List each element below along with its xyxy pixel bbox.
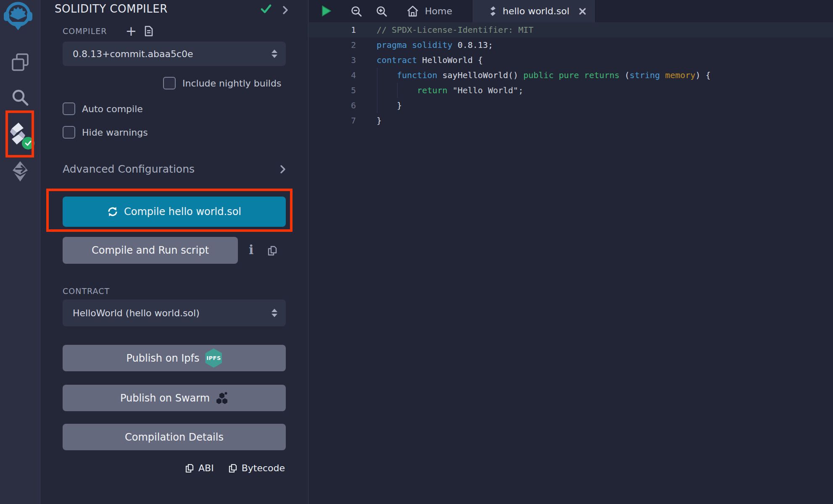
tab-hello-world-sol[interactable]: hello world.sol bbox=[472, 0, 596, 22]
abi-label: ABI bbox=[198, 463, 214, 473]
bytecode-label: Bytecode bbox=[242, 463, 285, 473]
copy-icon bbox=[185, 463, 194, 473]
code-line: 2pragma solidity 0.8.13; bbox=[309, 37, 833, 52]
deploy-run-icon[interactable] bbox=[0, 160, 40, 182]
code-line: 1// SPDX-License-Identifier: MIT bbox=[309, 22, 833, 37]
close-tab-icon[interactable] bbox=[579, 8, 586, 15]
compile-success-check-icon bbox=[261, 4, 272, 16]
hide-warnings-checkbox[interactable] bbox=[63, 126, 75, 139]
tab-file-label: hello world.sol bbox=[503, 6, 569, 16]
publish-swarm-label: Publish on Swarm bbox=[120, 392, 210, 404]
include-nightly-checkbox[interactable] bbox=[163, 77, 176, 89]
solidity-compiler-icon[interactable] bbox=[0, 121, 40, 149]
select-stepper-icon bbox=[272, 50, 277, 58]
advanced-configurations-label: Advanced Configurations bbox=[63, 163, 195, 175]
publish-ipfs-label: Publish on Ipfs bbox=[127, 352, 200, 364]
code-line: 5 return "Hello World"; bbox=[309, 83, 833, 98]
swarm-icon bbox=[216, 392, 228, 404]
line-number: 4 bbox=[309, 68, 356, 83]
tab-home-label: Home bbox=[425, 6, 452, 16]
compiler-version-select[interactable]: 0.8.13+commit.abaa5c0e bbox=[63, 42, 286, 66]
code-line: 6 } bbox=[309, 98, 833, 113]
solidity-compiler-panel: SOLIDITY COMPILER COMPILER + 0.8.1 bbox=[40, 0, 308, 504]
info-icon[interactable]: i bbox=[249, 244, 253, 256]
compiled-ok-badge bbox=[22, 137, 34, 150]
line-number: 7 bbox=[309, 113, 356, 128]
refresh-icon bbox=[107, 206, 118, 217]
file-explorer-icon[interactable] bbox=[0, 52, 40, 73]
compile-and-run-button[interactable]: Compile and Run script bbox=[63, 237, 238, 264]
line-number: 3 bbox=[309, 52, 356, 68]
remix-ide: SOLIDITY COMPILER COMPILER + 0.8.1 bbox=[0, 0, 833, 504]
copy-bytecode-button[interactable]: Bytecode bbox=[228, 463, 285, 473]
remix-logo-icon[interactable] bbox=[3, 2, 33, 32]
open-file-icon[interactable] bbox=[144, 25, 153, 37]
include-nightly-label[interactable]: Include nightly builds bbox=[182, 78, 281, 89]
auto-compile-checkbox[interactable] bbox=[63, 102, 75, 115]
compile-button[interactable]: Compile hello world.sol bbox=[63, 197, 286, 227]
zoom-in-icon[interactable] bbox=[375, 5, 388, 19]
publish-ipfs-button[interactable]: Publish on Ipfs IPFS bbox=[63, 345, 286, 371]
advanced-chevron-icon bbox=[280, 165, 286, 174]
auto-compile-label[interactable]: Auto compile bbox=[82, 104, 143, 114]
add-compiler-icon[interactable]: + bbox=[125, 26, 137, 37]
compiler-section-label: COMPILER bbox=[63, 26, 107, 36]
hide-warnings-label[interactable]: Hide warnings bbox=[82, 127, 148, 138]
home-icon bbox=[406, 5, 419, 17]
select-stepper-icon bbox=[272, 309, 277, 317]
advanced-configurations-toggle[interactable]: Advanced Configurations bbox=[63, 163, 286, 175]
compile-button-label: Compile hello world.sol bbox=[124, 206, 241, 218]
line-number: 6 bbox=[309, 98, 356, 113]
solidity-file-icon bbox=[489, 6, 497, 17]
line-number: 5 bbox=[309, 83, 356, 98]
copy-icon bbox=[228, 463, 237, 473]
compilation-details-button[interactable]: Compilation Details bbox=[63, 424, 286, 450]
publish-swarm-button[interactable]: Publish on Swarm bbox=[63, 385, 286, 411]
code-line: 4 function sayHelloWorld() public pure r… bbox=[309, 68, 833, 83]
copy-abi-button[interactable]: ABI bbox=[185, 463, 214, 473]
panel-collapse-chevron-icon[interactable] bbox=[282, 5, 288, 16]
editor-tabbar: Home hello world.sol bbox=[309, 0, 833, 22]
indent-guide bbox=[397, 83, 398, 98]
line-number: 2 bbox=[309, 37, 356, 52]
icon-rail bbox=[0, 0, 40, 504]
contract-select[interactable]: HelloWorld (hello world.sol) bbox=[63, 299, 286, 326]
panel-title: SOLIDITY COMPILER bbox=[55, 3, 168, 15]
compilation-details-label: Compilation Details bbox=[125, 431, 224, 443]
code-line: 7} bbox=[309, 113, 833, 128]
contract-section-label: CONTRACT bbox=[63, 286, 110, 296]
code-line: 3contract HelloWorld { bbox=[309, 52, 833, 68]
search-icon[interactable] bbox=[0, 87, 40, 108]
run-script-icon[interactable] bbox=[321, 5, 332, 19]
tab-home[interactable]: Home bbox=[401, 0, 458, 22]
indent-guide bbox=[377, 68, 377, 113]
compiler-version-value: 0.8.13+commit.abaa5c0e bbox=[63, 49, 272, 59]
code-editor[interactable]: 1// SPDX-License-Identifier: MIT2pragma … bbox=[309, 22, 833, 504]
code-lines: 1// SPDX-License-Identifier: MIT2pragma … bbox=[309, 22, 833, 128]
contract-select-value: HelloWorld (hello world.sol) bbox=[63, 308, 272, 318]
zoom-out-icon[interactable] bbox=[350, 5, 363, 19]
editor-area: Home hello world.sol 1// SPDX-License-Id… bbox=[309, 0, 833, 504]
ipfs-icon: IPFS bbox=[205, 349, 222, 368]
copy-script-icon[interactable] bbox=[267, 245, 277, 258]
compile-and-run-label: Compile and Run script bbox=[92, 244, 209, 256]
line-number: 1 bbox=[309, 22, 356, 37]
